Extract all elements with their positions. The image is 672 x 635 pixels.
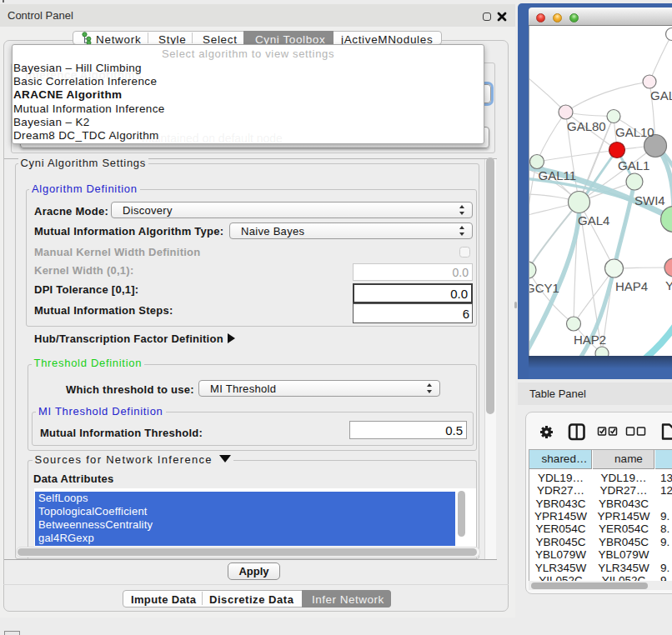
svg-text:HAP4: HAP4: [615, 279, 648, 293]
svg-text:GAL11: GAL11: [539, 168, 577, 182]
svg-text:GAL10: GAL10: [615, 125, 654, 139]
svg-text:GAL4: GAL4: [578, 213, 609, 228]
svg-text:GAL7: GAL7: [650, 88, 672, 102]
svg-text:GAL1: GAL1: [618, 158, 649, 172]
svg-text:HAP2: HAP2: [574, 332, 606, 347]
svg-text:GAL80: GAL80: [567, 119, 606, 133]
svg-text:Y: Y: [665, 278, 672, 292]
svg-text:GCY1: GCY1: [529, 281, 559, 295]
svg-text:SWI4: SWI4: [634, 193, 665, 208]
